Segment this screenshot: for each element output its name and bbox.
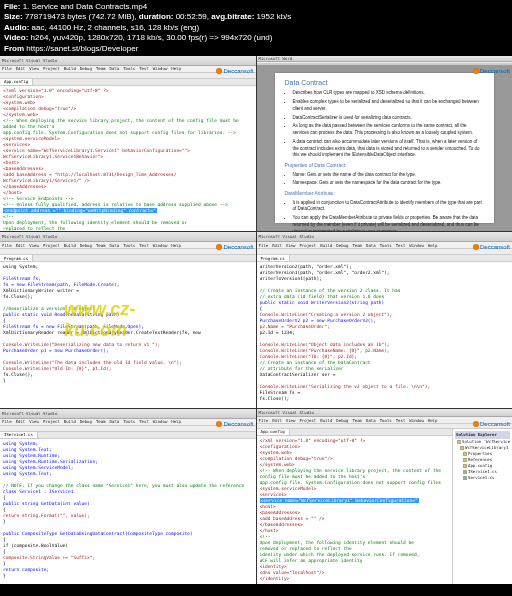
menu-project[interactable]: Project — [43, 66, 60, 71]
menu-team[interactable]: Team — [352, 243, 362, 248]
menu-team[interactable]: Team — [352, 418, 362, 423]
tab-iservice[interactable]: IService1.cs — [0, 432, 38, 438]
menu-build[interactable]: Build — [320, 243, 332, 248]
pane-vs-appconfig-2: Microsoft Visual Studio FileEditViewProj… — [257, 409, 513, 584]
doc-bullet: DataContractSerializer is used for seria… — [293, 115, 485, 122]
menu-tools[interactable]: Tools — [123, 419, 135, 424]
deccansoft-logo: Deccansoft — [473, 68, 510, 74]
file-icon — [460, 446, 464, 450]
menu-data[interactable]: Data — [366, 243, 376, 248]
menu-tools[interactable]: Tools — [380, 243, 392, 248]
doc-body: Describes how CLR types are mapped to XS… — [285, 90, 485, 231]
menu-data[interactable]: Data — [110, 243, 120, 248]
menu-team[interactable]: Team — [96, 66, 106, 71]
menu-view[interactable]: View — [286, 243, 296, 248]
menu-help[interactable]: Help — [171, 243, 181, 248]
menu-data[interactable]: Data — [366, 418, 376, 423]
pane-word-doc: Microsoft Word Deccansoft Data Contract … — [257, 56, 513, 231]
doc-bullet: As long as the data passed between the s… — [293, 123, 485, 137]
menu-file[interactable]: File — [2, 66, 12, 71]
menu-team[interactable]: Team — [96, 419, 106, 424]
editor-tabs[interactable]: IService1.cs — [0, 432, 256, 439]
window-titlebar: Microsoft Visual Studio — [0, 232, 256, 242]
code-editor[interactable]: using System;using System.Text;using Sys… — [0, 439, 256, 584]
gear-icon — [473, 244, 479, 250]
menu-build[interactable]: Build — [64, 243, 76, 248]
menu-data[interactable]: Data — [110, 419, 120, 424]
tab-appconfig[interactable]: App.config — [0, 79, 33, 85]
editor-tabs[interactable]: App.config — [0, 79, 256, 86]
deccansoft-logo: Deccansoft — [216, 244, 253, 250]
menu-window[interactable]: Window — [153, 66, 167, 71]
menu-test[interactable]: Test — [139, 419, 149, 424]
tree-node[interactable]: Service1.cs — [455, 475, 510, 481]
solution-explorer[interactable]: Solution Explorer Solution 'WcfServiceLi… — [452, 429, 512, 584]
menu-help[interactable]: Help — [428, 418, 438, 423]
file-icon — [463, 452, 467, 456]
code-editor[interactable]: <?xml version="1.0" encoding="utf-8" ?><… — [257, 436, 453, 584]
menu-debug[interactable]: Debug — [80, 419, 92, 424]
menu-window[interactable]: Window — [153, 243, 167, 248]
menu-file[interactable]: File — [2, 243, 12, 248]
menu-tools[interactable]: Tools — [123, 243, 135, 248]
menu-debug[interactable]: Debug — [80, 66, 92, 71]
menu-edit[interactable]: Edit — [16, 419, 26, 424]
file-icon — [463, 470, 467, 474]
document-page[interactable]: Data Contract Describes how CLR types ar… — [275, 73, 495, 223]
menu-debug[interactable]: Debug — [336, 418, 348, 423]
menu-tools[interactable]: Tools — [380, 418, 392, 423]
menu-file[interactable]: File — [259, 243, 269, 248]
code-editor[interactable]: <?xml version="1.0" encoding="utf-8" ?><… — [0, 86, 256, 231]
tab-appconfig[interactable]: App.config — [257, 429, 290, 435]
editor-tabs[interactable]: Program.cs — [0, 255, 256, 262]
menu-build[interactable]: Build — [64, 66, 76, 71]
editor-tabs[interactable]: App.config — [257, 429, 453, 436]
menu-project[interactable]: Project — [43, 419, 60, 424]
menu-edit[interactable]: Edit — [272, 243, 282, 248]
menu-project[interactable]: Project — [299, 243, 316, 248]
file-icon — [457, 440, 461, 444]
menu-edit[interactable]: Edit — [16, 66, 26, 71]
menu-debug[interactable]: Debug — [336, 243, 348, 248]
gear-icon — [216, 68, 222, 74]
menu-tools[interactable]: Tools — [123, 66, 135, 71]
menu-project[interactable]: Project — [43, 243, 60, 248]
menu-test[interactable]: Test — [139, 66, 149, 71]
menu-team[interactable]: Team — [96, 243, 106, 248]
menu-build[interactable]: Build — [64, 419, 76, 424]
menu-file[interactable]: File — [2, 419, 12, 424]
doc-bullet: Enables complex types to be serialized a… — [293, 99, 485, 113]
file-icon — [463, 476, 467, 480]
menu-view[interactable]: View — [29, 243, 39, 248]
doc-bullet: Namespace: Gets or sets the namespace fo… — [293, 180, 485, 187]
menu-test[interactable]: Test — [396, 418, 406, 423]
code-editor[interactable]: WriterVersion2(path, "order.xml"); Write… — [257, 262, 513, 407]
menu-view[interactable]: View — [286, 418, 296, 423]
menu-window[interactable]: Window — [409, 418, 423, 423]
menu-window[interactable]: Window — [153, 419, 167, 424]
tab-program[interactable]: Program.cs — [257, 255, 290, 261]
menu-help[interactable]: Help — [171, 66, 181, 71]
tab-program[interactable]: Program.cs — [0, 255, 33, 261]
menu-build[interactable]: Build — [320, 418, 332, 423]
code-editor[interactable]: using System; FileStream fs; fs = new Fi… — [0, 262, 256, 407]
gear-icon — [216, 421, 222, 427]
menu-data[interactable]: Data — [110, 66, 120, 71]
editor-tabs[interactable]: Program.cs — [257, 255, 513, 262]
menu-help[interactable]: Help — [428, 243, 438, 248]
doc-bullet: Name: Gets or sets the name of the data … — [293, 172, 485, 179]
menu-file[interactable]: File — [259, 418, 269, 423]
menu-help[interactable]: Help — [171, 419, 181, 424]
menu-debug[interactable]: Debug — [80, 243, 92, 248]
menu-edit[interactable]: Edit — [16, 243, 26, 248]
menu-project[interactable]: Project — [299, 418, 316, 423]
menu-test[interactable]: Test — [139, 243, 149, 248]
menu-window[interactable]: Window — [409, 243, 423, 248]
menu-view[interactable]: View — [29, 419, 39, 424]
menu-edit[interactable]: Edit — [272, 418, 282, 423]
window-titlebar: Microsoft Visual Studio — [257, 232, 513, 242]
menu-view[interactable]: View — [29, 66, 39, 71]
pane-vs-iservice: Microsoft Visual Studio FileEditViewProj… — [0, 409, 256, 584]
toolbar[interactable] — [257, 64, 513, 66]
menu-test[interactable]: Test — [396, 243, 406, 248]
